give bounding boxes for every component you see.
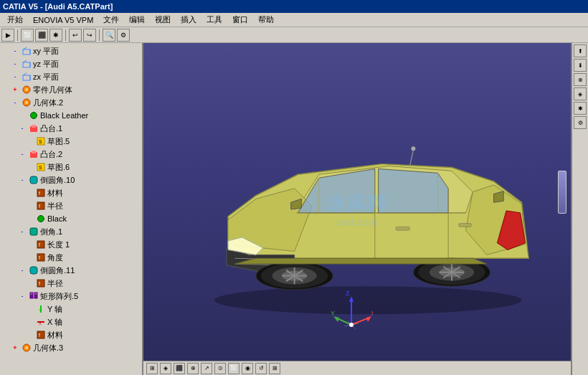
toolbar-btn-6[interactable]: ↪: [83, 29, 96, 42]
svg-text:X: X: [371, 310, 373, 317]
svg-rect-0: [23, 49, 30, 54]
svg-text:f: f: [39, 191, 40, 196]
tree-item-chamfer1[interactable]: - 倒角.1: [0, 225, 142, 238]
tree-item-boss2[interactable]: - 凸台.2: [0, 148, 142, 161]
tree-item-xy[interactable]: - xy 平面: [0, 44, 142, 57]
label-geo3: 几何体.3: [33, 343, 63, 353]
right-btn-4[interactable]: ◈: [574, 87, 587, 100]
menu-help[interactable]: 帮助: [254, 14, 278, 26]
chamfer-icon-1: [29, 227, 39, 237]
toolbar-btn-3[interactable]: ⬛: [35, 29, 48, 42]
menu-view[interactable]: 视图: [151, 14, 175, 26]
view-btn-1[interactable]: ⊞: [146, 363, 158, 374]
svg-marker-72: [349, 296, 354, 302]
expand-icon-pat5: -: [17, 291, 27, 301]
label-xaxis: X 轴: [47, 317, 62, 328]
view-btn-8[interactable]: ◉: [242, 363, 253, 374]
tree-item-geo3[interactable]: + 几何体.3: [0, 341, 142, 354]
menu-start[interactable]: 开始: [3, 14, 27, 26]
right-btn-1[interactable]: ⬆: [574, 44, 587, 57]
expand-icon-f10: -: [17, 175, 27, 185]
fillet-icon-11: [29, 265, 39, 275]
tree-item-boss1[interactable]: - 凸台.1: [0, 122, 142, 135]
toolbar-btn-4[interactable]: ✱: [49, 29, 62, 42]
tree-item-length[interactable]: f 长度 1: [0, 238, 142, 251]
menu-window[interactable]: 窗口: [228, 14, 252, 26]
right-btn-2[interactable]: ⬇: [574, 59, 587, 72]
expand-icon-yz: -: [10, 59, 20, 69]
plane-icon-yz: [22, 59, 32, 69]
view-btn-4[interactable]: ⊕: [187, 363, 199, 374]
tree-item-angle[interactable]: f 角度: [0, 251, 142, 264]
expand-icon-boss1: -: [17, 123, 27, 133]
svg-text:Y: Y: [331, 310, 335, 317]
svg-text:f: f: [39, 333, 40, 338]
label-black-leather: Black Leather: [40, 111, 88, 120]
toolbar-sep-1: [17, 29, 18, 41]
param-icon-r2: f: [36, 278, 46, 288]
view-btn-5[interactable]: ↗: [201, 363, 212, 374]
sketch-icon-6: S: [36, 162, 46, 172]
expand-icon-c1: -: [17, 227, 27, 237]
view-btn-3[interactable]: ⬛: [174, 363, 185, 374]
menu-insert[interactable]: 插入: [176, 14, 201, 26]
tree-item-part[interactable]: + 零件几何体: [0, 83, 142, 96]
svg-line-74: [351, 318, 369, 325]
expand-icon-s6: [24, 162, 34, 172]
svg-point-70: [411, 146, 415, 151]
view-btn-6[interactable]: ⊙: [214, 363, 226, 374]
tree-item-zx[interactable]: - zx 平面: [0, 70, 142, 83]
svg-rect-49: [396, 227, 410, 230]
label-chamfer1: 倒角.1: [40, 227, 62, 237]
right-btn-3[interactable]: ⊕: [574, 73, 587, 86]
menu-tools[interactable]: 工具: [202, 14, 227, 26]
tree-item-fillet11[interactable]: - 倒圆角.11: [0, 264, 142, 277]
gear-icon-geo3: [22, 343, 32, 353]
toolbar-btn-2[interactable]: ⬜: [21, 29, 34, 42]
tree-item-sketch5[interactable]: S 草图.5: [0, 135, 142, 148]
expand-icon-zx: -: [10, 72, 20, 82]
view-btn-9[interactable]: ↺: [255, 363, 267, 374]
label-yaxis: Y 轴: [47, 304, 62, 315]
tree-item-radius2[interactable]: f 半径: [0, 277, 142, 290]
toolbar-btn-5[interactable]: ↩: [69, 29, 82, 42]
menu-edit[interactable]: 编辑: [125, 14, 149, 26]
tree-item-xaxis[interactable]: X X 轴: [0, 315, 142, 328]
tree-item-pattern5[interactable]: - 矩形阵列.5: [0, 290, 142, 303]
tree-item-sketch6[interactable]: S 草图.6: [0, 161, 142, 174]
tree-item-material1[interactable]: f 材料: [0, 186, 142, 199]
toolbar-btn-1[interactable]: ▶: [1, 29, 14, 42]
right-btn-6[interactable]: ⚙: [574, 116, 587, 129]
feature-tree: - xy 平面 - yz 平面 - zx 平面 + 零件几何体: [0, 43, 142, 356]
expand-icon-boss2: -: [17, 149, 27, 159]
tree-item-yaxis[interactable]: Y Y 轴: [0, 303, 142, 315]
expand-icon-blk: [24, 214, 34, 224]
view-btn-10[interactable]: ⊞: [269, 363, 280, 374]
view-btn-2[interactable]: ◈: [160, 363, 171, 374]
svg-line-69: [410, 150, 414, 166]
toolbar-btn-8[interactable]: ⚙: [117, 29, 130, 42]
label-xy: xy 平面: [33, 46, 59, 57]
menu-enovia[interactable]: ENOVIA V5 VPM: [29, 15, 98, 25]
svg-rect-50: [459, 223, 472, 227]
tree-item-yz[interactable]: - yz 平面: [0, 57, 142, 70]
menu-file[interactable]: 文件: [99, 14, 123, 26]
tree-item-fillet10[interactable]: - 倒圆角.10: [0, 174, 142, 186]
svg-text:S: S: [39, 165, 42, 170]
label-part: 零件几何体: [33, 85, 72, 95]
view-btn-7[interactable]: ⬜: [228, 363, 240, 374]
svg-point-45: [25, 346, 28, 349]
right-btn-5[interactable]: ✱: [574, 102, 587, 115]
tree-item-material2[interactable]: f 材料: [0, 328, 142, 341]
param-icon-len: f: [36, 239, 46, 250]
toolbar-btn-7[interactable]: 🔍: [103, 29, 115, 42]
tree-item-black[interactable]: Black: [0, 212, 142, 225]
tree-item-radius1[interactable]: f 半径: [0, 199, 142, 212]
label-length: 长度 1: [47, 239, 70, 250]
label-radius1: 半径: [47, 201, 63, 212]
menu-bar: 开始 ENOVIA V5 VPM 文件 编辑 视图 插入 工具 窗口 帮助: [0, 13, 588, 27]
3d-viewport[interactable]: 沐风网 cad.com Z X Y: [143, 43, 571, 375]
svg-rect-18: [32, 151, 36, 153]
tree-item-geo2[interactable]: - 几何体.2: [0, 96, 142, 109]
tree-item-black-leather[interactable]: Black Leather: [0, 109, 142, 122]
